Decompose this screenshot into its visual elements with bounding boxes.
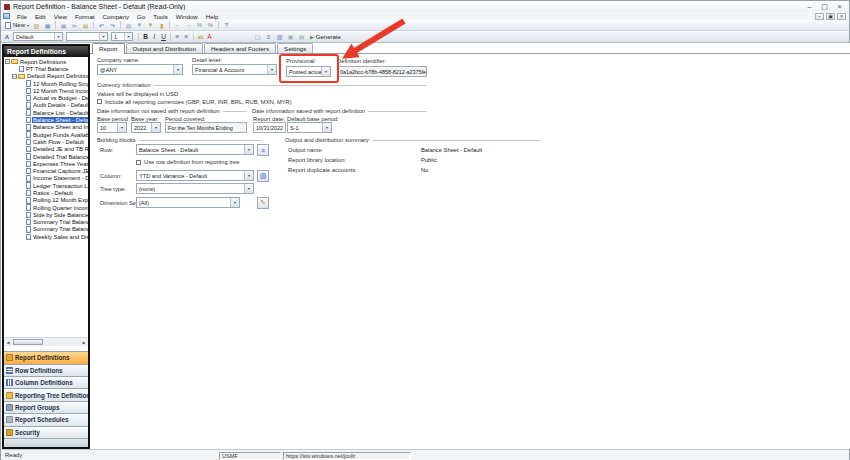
font-color-icon[interactable]: A — [205, 33, 214, 40]
underline-button[interactable]: U — [159, 33, 168, 40]
column-definition-button[interactable]: ▥ — [257, 170, 269, 182]
chevron-down-icon[interactable] — [244, 145, 253, 154]
sidebar-overflow-strip[interactable] — [4, 438, 88, 447]
save-icon[interactable]: ▦ — [43, 21, 52, 30]
tree-item[interactable]: Financial Captions JE a — [4, 167, 88, 174]
increase-indent-icon[interactable]: ≡ — [182, 33, 191, 40]
nav-report-groups[interactable]: Report Groups — [4, 401, 88, 413]
mdi-close-icon[interactable]: × — [837, 13, 846, 20]
chevron-down-icon[interactable] — [244, 184, 253, 193]
tab-report[interactable]: Report — [92, 43, 125, 54]
column-dropdown[interactable]: YTD and Variance - Default — [136, 170, 254, 181]
tree-item[interactable]: Balance Sheet - Defaul — [4, 116, 88, 123]
edit-dimension-set-button[interactable]: ✎ — [257, 197, 269, 209]
view-split-icon[interactable]: ▣ — [286, 32, 295, 41]
chevron-down-icon[interactable] — [173, 65, 182, 74]
menu-item[interactable]: Help — [202, 13, 223, 20]
menu-item[interactable]: Go — [133, 13, 149, 20]
maximize-icon[interactable]: ▢ — [817, 2, 832, 12]
tree-item[interactable]: Ledger Transaction List — [4, 182, 88, 189]
tree-type-dropdown[interactable]: (none) — [136, 183, 254, 194]
help-icon[interactable]: ? — [222, 21, 231, 30]
minimize-icon[interactable]: – — [802, 2, 817, 12]
view-rows-icon[interactable]: ≡ — [264, 32, 273, 41]
chevron-down-icon[interactable] — [230, 198, 239, 207]
tree-item[interactable]: Detailed JE and TB Rev — [4, 146, 88, 153]
tree-item[interactable]: Summary Trial Balance — [4, 226, 88, 233]
scrollbar-thumb[interactable] — [13, 339, 43, 345]
highlight-color-icon[interactable]: ab — [196, 34, 205, 40]
row-definition-button[interactable]: ≡ — [257, 144, 269, 156]
tree-item[interactable]: Income Statement - D — [4, 175, 88, 182]
chevron-down-icon[interactable] — [322, 123, 331, 132]
tree-item[interactable]: Side by Side Balance Sh — [4, 211, 88, 218]
menu-item[interactable]: Tools — [149, 13, 171, 20]
nav-reporting-tree-definitions[interactable]: Reporting Tree Definitions — [4, 388, 88, 400]
menu-item[interactable]: Window — [172, 13, 202, 20]
tree-item[interactable]: Summary Trial Balance — [4, 219, 88, 226]
mdi-document-icon[interactable] — [3, 13, 10, 19]
chevron-down-icon[interactable] — [54, 33, 62, 40]
nav-report-schedules[interactable]: Report Schedules — [4, 413, 88, 425]
font-size-dropdown[interactable]: 1 — [111, 32, 133, 41]
tab-output-and-distribution[interactable]: Output and Distribution — [126, 43, 203, 53]
tab-headers-and-footers[interactable]: Headers and Footers — [204, 43, 276, 53]
clear-filter-icon[interactable]: ▼ — [135, 21, 144, 30]
menu-item[interactable]: File — [13, 13, 31, 20]
view-report-icon[interactable]: ▤ — [297, 32, 306, 41]
collapse-icon[interactable] — [5, 59, 10, 64]
tree-item[interactable]: Ratios - Default — [4, 189, 88, 196]
link-icon[interactable]: % — [195, 21, 204, 30]
scroll-left-icon[interactable] — [4, 340, 12, 345]
unlink-icon[interactable]: % — [206, 21, 215, 30]
tree-item[interactable]: Rolling Quarter Income — [4, 204, 88, 211]
include-currencies-checkbox[interactable] — [97, 99, 102, 104]
italic-button[interactable]: I — [150, 33, 159, 40]
chevron-down-icon[interactable] — [244, 171, 253, 180]
chevron-down-icon[interactable] — [99, 33, 107, 40]
tree-item[interactable]: Rolling 12 Month Expe — [4, 197, 88, 204]
undo-icon[interactable]: ↶ — [97, 21, 106, 30]
tree-item[interactable]: Balance Sheet and Inco — [4, 124, 88, 131]
paste-icon[interactable]: ▤ — [81, 21, 90, 30]
filter-icon[interactable]: ▼ — [146, 21, 155, 30]
chevron-down-icon[interactable] — [124, 33, 132, 40]
lock-icon[interactable]: ▮ — [157, 21, 166, 30]
menu-item[interactable]: Company — [99, 13, 133, 20]
nav-column-definitions[interactable]: Column Definitions — [4, 376, 88, 388]
chevron-down-icon[interactable] — [151, 123, 160, 132]
cut-icon[interactable]: ✂ — [70, 21, 79, 30]
chevron-down-icon[interactable] — [267, 65, 276, 74]
copy-icon[interactable]: ▣ — [59, 21, 68, 30]
tree-item[interactable]: Balance List - Default — [4, 109, 88, 116]
nav-row-definitions[interactable]: Row Definitions — [4, 364, 88, 376]
nav-report-definitions[interactable]: Report Definitions — [4, 351, 88, 363]
collapse-icon[interactable] — [12, 74, 17, 79]
tree-item[interactable]: Report Definitions — [4, 58, 88, 65]
close-icon[interactable]: × — [832, 2, 847, 12]
tree-item[interactable]: Detailed Trial Balance - — [4, 153, 88, 160]
nav-security[interactable]: Security — [4, 426, 88, 438]
find-icon[interactable]: ◎ — [124, 21, 133, 30]
row-dropdown[interactable]: Balance Sheet - Default — [136, 144, 254, 155]
redo-icon[interactable]: ↷ — [108, 21, 117, 30]
tree-item[interactable]: Default Report Definitions — [4, 73, 88, 80]
bold-button[interactable]: B — [141, 33, 150, 40]
tab-settings[interactable]: Settings — [277, 43, 313, 53]
view-grid-icon[interactable]: ▢ — [253, 32, 262, 41]
base-year-dropdown[interactable]: 2022 — [131, 122, 161, 133]
detail-level-dropdown[interactable]: Financial & Account — [192, 64, 277, 75]
company-name-dropdown[interactable]: @ANY — [97, 64, 183, 75]
new-button[interactable]: New ▾ — [3, 22, 31, 29]
font-dropdown[interactable] — [66, 32, 108, 41]
decrease-indent-icon[interactable]: ≡ — [173, 33, 182, 40]
tree-item[interactable]: Budget Funds Available — [4, 131, 88, 138]
tree-item[interactable]: PT Trial Balance — [4, 65, 88, 72]
tree-item[interactable]: Audit Details - Default — [4, 102, 88, 109]
tree-item[interactable]: 12 Month Rolling Single — [4, 80, 88, 87]
dimension-set-dropdown[interactable]: (All) — [136, 197, 240, 208]
mdi-restore-icon[interactable]: ▣ — [826, 13, 835, 20]
base-period-dropdown[interactable]: 10 — [97, 122, 127, 133]
tree-item[interactable]: Cash Flow - Default — [4, 138, 88, 145]
tree-item[interactable]: Actual vs Budget - Def — [4, 94, 88, 101]
